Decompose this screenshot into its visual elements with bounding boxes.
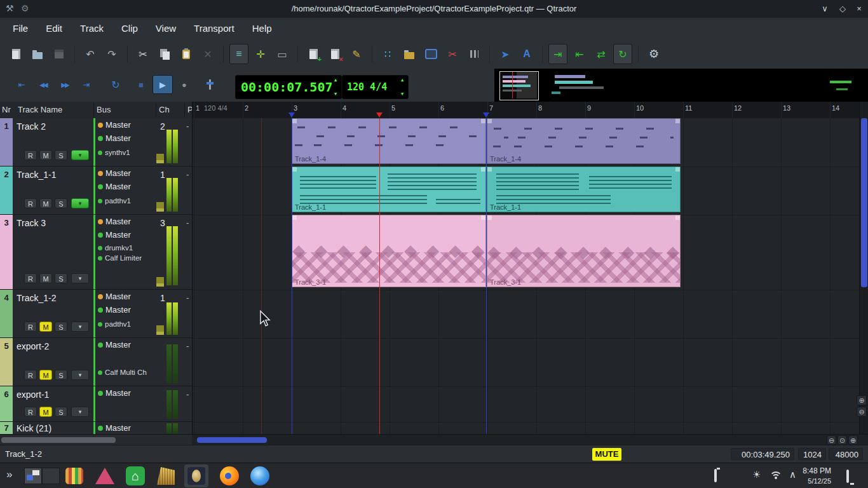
plugin-entry[interactable]: padthv1 — [98, 197, 131, 205]
loop-range-button[interactable]: ⇄ — [592, 44, 611, 64]
vertical-scrollbar-thumb[interactable] — [861, 118, 867, 287]
plugin-entry[interactable]: synthv1 — [98, 149, 130, 156]
session-overview[interactable] — [494, 69, 868, 102]
mute-button[interactable]: M — [39, 150, 52, 160]
midi-clip[interactable]: Track_3-1 — [292, 215, 486, 287]
taskbar-clock[interactable]: 8:48 PM 5/12/25 — [803, 466, 831, 486]
maximize-button[interactable]: ◇ — [835, 0, 850, 18]
menu-transport[interactable]: Transport — [185, 18, 243, 39]
output-bus[interactable]: Master — [98, 423, 131, 433]
tempo-display[interactable]: 120 4/4 ▲▼ — [342, 75, 409, 99]
connections-button[interactable]: ∷ — [378, 44, 397, 64]
input-bus[interactable]: Master — [98, 133, 131, 143]
instrument-dropdown[interactable]: ▾ — [71, 273, 89, 283]
copy-button[interactable] — [155, 44, 174, 64]
vertical-scrollbar[interactable] — [859, 102, 868, 434]
midi-clip[interactable]: Track_1-1 — [487, 166, 681, 212]
record-button[interactable]: R — [24, 322, 37, 332]
mute-button[interactable]: M — [39, 198, 52, 208]
time-display[interactable]: 00:00:07.507 ▲▼ — [235, 75, 342, 99]
track-panel-scrollbar[interactable] — [0, 435, 192, 445]
timeline-ruler[interactable]: 1 120 4/4 2 3 4 5 6 7 8 9 10 11 12 13 14 — [193, 102, 859, 119]
close-button[interactable]: × — [851, 0, 867, 18]
skip-end-button[interactable]: ⇥ — [76, 75, 97, 94]
plugin-entry[interactable]: Calf Multi Ch — [98, 369, 147, 376]
display-tray-icon[interactable] — [846, 471, 849, 482]
output-bus[interactable]: Master — [98, 292, 131, 301]
record-button[interactable]: R — [24, 370, 37, 380]
wifi-tray-icon[interactable] — [770, 471, 782, 480]
split-clip-button[interactable]: ✂ — [443, 44, 462, 64]
track-name[interactable]: Track_1-1 — [17, 170, 57, 180]
menu-help[interactable]: Help — [243, 18, 281, 39]
instrument-dropdown[interactable]: ▾ — [71, 150, 89, 160]
plugin-entry[interactable]: Calf Limiter — [98, 254, 142, 262]
clip-insert-mode-button[interactable]: ✛ — [251, 44, 270, 64]
zoom-in-button[interactable]: ⊕ — [848, 435, 858, 445]
mute-button[interactable]: M — [39, 407, 52, 417]
track-name[interactable]: Track 3 — [17, 218, 46, 228]
track-row[interactable]: 4 Track_1-2 R M S ▾ Master Master padthv… — [0, 290, 192, 338]
instrument-dropdown[interactable]: ▾ — [71, 370, 89, 380]
spin-down-icon[interactable]: ▼ — [401, 92, 403, 96]
zoom-out-button[interactable]: ⊖ — [827, 435, 836, 445]
fast-forward-button[interactable]: ▶▶ — [55, 75, 75, 94]
spin-up-icon[interactable]: ▲ — [334, 78, 337, 82]
solo-button[interactable]: S — [55, 150, 67, 160]
menu-file[interactable]: File — [4, 18, 37, 39]
solo-button[interactable]: S — [55, 322, 67, 332]
input-bus[interactable]: Master — [98, 182, 131, 191]
undo-button[interactable]: ↶ — [81, 44, 100, 64]
edit-head-marker[interactable] — [288, 112, 295, 118]
output-bus[interactable]: Master — [98, 168, 131, 178]
zoom-in-vertical-button[interactable]: ⊕ — [857, 395, 867, 405]
midi-clip[interactable]: Track_3-1 — [487, 215, 681, 287]
metronome-button[interactable] — [200, 75, 220, 94]
time-spinner[interactable]: ▲▼ — [331, 77, 340, 97]
workspace-1[interactable] — [24, 468, 42, 484]
solo-button[interactable]: S — [55, 407, 67, 417]
track-name[interactable]: Kick (21) — [17, 423, 51, 433]
files-button[interactable] — [400, 44, 419, 64]
punch-out-button[interactable]: ⇤ — [570, 44, 589, 64]
arrange-canvas[interactable]: Track_1-4 Track_1-4 Track_1-1 — [193, 118, 859, 434]
new-file-button[interactable] — [6, 44, 25, 64]
track-name[interactable]: Track_1-2 — [17, 293, 57, 303]
open-file-button[interactable] — [28, 44, 47, 64]
clipboard-tray-icon[interactable] — [714, 470, 717, 482]
track-row[interactable]: 3 Track 3 R M S ▾ Master Master drumkv1 … — [0, 215, 192, 290]
output-bus[interactable]: Master — [98, 217, 131, 226]
stop-button[interactable]: ■ — [131, 75, 151, 94]
delete-button[interactable]: ✕ — [198, 44, 217, 64]
playhead-marker[interactable] — [376, 112, 383, 118]
track-panel-scrollbar-thumb[interactable] — [1, 437, 116, 443]
instrument-dropdown[interactable]: ▾ — [71, 198, 89, 208]
transport-loop-button[interactable]: ↻ — [105, 75, 126, 94]
record-button[interactable]: ● — [174, 75, 194, 94]
midi-clip[interactable]: Track_1-4 — [292, 118, 486, 164]
output-bus[interactable]: Master — [98, 120, 131, 130]
record-button[interactable]: R — [24, 150, 37, 160]
qtractor-app-button[interactable] — [186, 465, 207, 487]
daw-app-button[interactable] — [94, 465, 116, 487]
menu-clip[interactable]: Clip — [112, 18, 147, 39]
minimize-button[interactable]: ∨ — [817, 0, 832, 18]
tray-expand-chevron[interactable]: ∧ — [789, 469, 796, 480]
overview-viewport[interactable] — [499, 71, 539, 100]
mixer-button[interactable] — [421, 44, 440, 64]
home-app-button[interactable]: ⌂ — [125, 465, 146, 487]
play-button[interactable]: ▶ — [153, 75, 173, 94]
input-bus[interactable]: Master — [98, 230, 131, 240]
track-row[interactable]: 7 Kick (21) Master — [0, 422, 192, 434]
record-button[interactable]: R — [24, 407, 37, 417]
workspace-2[interactable] — [42, 468, 60, 484]
markers-button[interactable] — [465, 44, 484, 64]
paste-button[interactable] — [177, 44, 196, 64]
clip-select-mode-button[interactable]: ≡ — [229, 44, 248, 64]
record-button[interactable]: R — [24, 198, 37, 208]
mute-button[interactable]: M — [39, 370, 52, 380]
loop-set-button[interactable]: ↻ — [613, 44, 632, 64]
spin-down-icon[interactable]: ▼ — [334, 92, 337, 96]
clip-erase-mode-button[interactable]: ▭ — [273, 44, 292, 64]
brightness-tray-icon[interactable]: ☀ — [752, 469, 761, 480]
